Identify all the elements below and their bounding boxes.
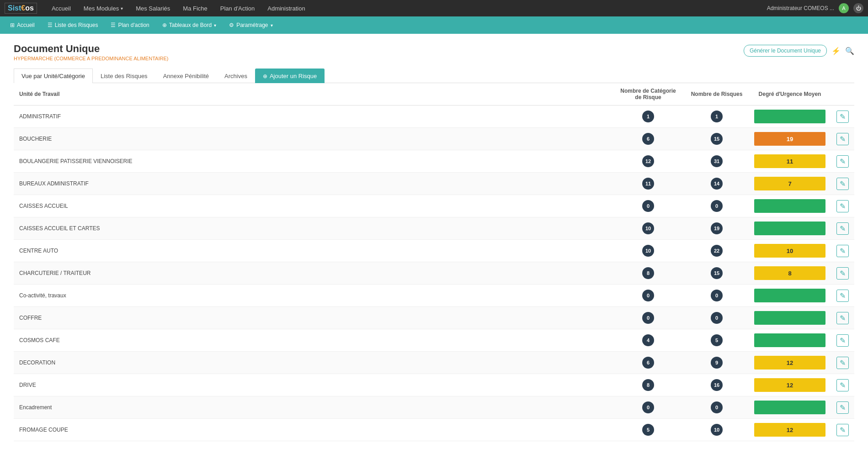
- sec-nav-liste-risques[interactable]: ☰ Liste des Risques: [42, 19, 104, 31]
- cell-urgency: [749, 217, 831, 240]
- edit-button[interactable]: ✎: [836, 155, 849, 168]
- badge-cat: 0: [642, 401, 654, 413]
- cell-urgency: 10: [749, 240, 831, 262]
- edit-button[interactable]: ✎: [836, 178, 849, 190]
- col-header-urgency: Degré d'Urgence Moyen: [749, 83, 831, 106]
- cell-edit: ✎: [831, 128, 854, 150]
- cell-risks: 0: [685, 195, 749, 217]
- logo[interactable]: Sist€os: [5, 3, 37, 14]
- edit-button[interactable]: ✎: [836, 245, 849, 257]
- table-row: FROMAGE COUPE51012✎: [14, 419, 854, 441]
- nav-fiche[interactable]: Ma Fiche: [177, 2, 213, 15]
- tab-liste-risques[interactable]: Liste des Risques: [93, 69, 155, 83]
- urgency-indicator: 19: [754, 132, 825, 146]
- urgency-indicator: [754, 222, 825, 235]
- badge-cat: 0: [642, 200, 654, 212]
- cell-risks: 22: [685, 240, 749, 262]
- urgency-indicator: 8: [754, 266, 825, 280]
- table-row: CAISSES ACCUEIL ET CARTES1019✎: [14, 217, 854, 240]
- edit-button[interactable]: ✎: [836, 222, 849, 235]
- badge-cat: 6: [642, 133, 654, 145]
- badge-cat: 8: [642, 379, 654, 391]
- table-row: DECORATION6912✎: [14, 352, 854, 374]
- power-icon[interactable]: ⏻: [853, 3, 863, 13]
- col-header-unit: Unité de Travail: [14, 83, 612, 106]
- badge-risks: 9: [711, 357, 723, 369]
- cell-urgency: 8: [749, 262, 831, 285]
- cell-edit: ✎: [831, 240, 854, 262]
- search-icon[interactable]: 🔍: [845, 47, 854, 55]
- generate-button[interactable]: Générer le Document Unique: [744, 45, 827, 57]
- nav-plan-action[interactable]: Plan d'Action: [215, 2, 260, 15]
- edit-button[interactable]: ✎: [836, 379, 849, 391]
- edit-button[interactable]: ✎: [836, 334, 849, 347]
- tabs: Vue par Unité/Catégorie Liste des Risque…: [14, 69, 854, 83]
- cell-cat: 11: [612, 173, 685, 195]
- sec-nav-plan-action[interactable]: ☰ Plan d'action: [105, 19, 154, 31]
- cell-risks: 0: [685, 285, 749, 307]
- urgency-indicator: 7: [754, 177, 825, 190]
- nav-accueil[interactable]: Accueil: [46, 2, 76, 15]
- avatar[interactable]: A: [839, 3, 849, 13]
- cell-cat: 8: [612, 374, 685, 396]
- cell-edit: ✎: [831, 396, 854, 419]
- cell-unit: COSMOS CAFE: [14, 329, 612, 352]
- sec-nav-parametrage[interactable]: ⚙ Paramétrage ▾: [224, 19, 278, 31]
- tab-vue-unite[interactable]: Vue par Unité/Catégorie: [14, 69, 93, 83]
- table-row: Co-activité, travaux00✎: [14, 285, 854, 307]
- badge-risks: 15: [711, 133, 723, 145]
- edit-button[interactable]: ✎: [836, 312, 849, 324]
- badge-cat: 0: [642, 312, 654, 324]
- edit-button[interactable]: ✎: [836, 290, 849, 302]
- table-row: BOUCHERIE61519✎: [14, 128, 854, 150]
- add-circle-icon: ⊕: [263, 73, 267, 79]
- edit-button[interactable]: ✎: [836, 424, 849, 436]
- edit-button[interactable]: ✎: [836, 133, 849, 145]
- edit-button[interactable]: ✎: [836, 401, 849, 414]
- badge-cat: 10: [642, 245, 654, 257]
- table-header-row: Unité de Travail Nombre de Catégorie de …: [14, 83, 854, 106]
- nav-salaries[interactable]: Mes Salariés: [130, 2, 176, 15]
- gear-icon: ⚙: [229, 22, 234, 28]
- edit-button[interactable]: ✎: [836, 267, 849, 280]
- cell-risks: 15: [685, 262, 749, 285]
- badge-risks: 1: [711, 111, 723, 122]
- sec-nav-tableaux[interactable]: ⊕ Tableaux de Bord ▾: [157, 19, 222, 31]
- urgency-indicator: [754, 333, 825, 347]
- nav-administration[interactable]: Administration: [262, 2, 310, 15]
- cell-edit: ✎: [831, 285, 854, 307]
- table-row: CHARCUTERIE / TRAITEUR8158✎: [14, 262, 854, 285]
- edit-button[interactable]: ✎: [836, 200, 849, 212]
- cell-edit: ✎: [831, 329, 854, 352]
- urgency-indicator: 12: [754, 423, 825, 437]
- cell-risks: 14: [685, 173, 749, 195]
- sec-nav-accueil[interactable]: ⊞ Accueil: [5, 19, 40, 31]
- cell-risks: 1: [685, 106, 749, 128]
- tab-annexe-penibilite[interactable]: Annexe Pénibilité: [155, 69, 217, 83]
- edit-button[interactable]: ✎: [836, 111, 849, 123]
- filter-icon[interactable]: ⚡: [831, 47, 841, 55]
- page-header: Document Unique HYPERMARCHE (COMMERCE A …: [14, 43, 854, 69]
- cell-edit: ✎: [831, 150, 854, 173]
- cell-urgency: 12: [749, 419, 831, 441]
- user-name: Administrateur COMEOS ...: [767, 5, 834, 11]
- cell-cat: 8: [612, 262, 685, 285]
- table-row: ADMINISTRATIF11✎: [14, 106, 854, 128]
- tab-archives[interactable]: Archives: [217, 69, 255, 83]
- table-row: COFFRE00✎: [14, 307, 854, 329]
- badge-risks: 15: [711, 267, 723, 279]
- badge-cat: 4: [642, 334, 654, 346]
- cell-edit: ✎: [831, 419, 854, 441]
- urgency-indicator: 11: [754, 154, 825, 168]
- cell-cat: 6: [612, 128, 685, 150]
- cell-urgency: [749, 307, 831, 329]
- cell-unit: BOULANGERIE PATISSERIE VIENNOISERIE: [14, 150, 612, 173]
- cell-risks: 19: [685, 217, 749, 240]
- tab-ajouter-risque[interactable]: ⊕ Ajouter un Risque: [255, 69, 325, 83]
- edit-button[interactable]: ✎: [836, 357, 849, 369]
- table-row: CAISSES ACCUEIL00✎: [14, 195, 854, 217]
- cell-edit: ✎: [831, 106, 854, 128]
- nav-modules[interactable]: Mes Modules ▾: [78, 2, 128, 15]
- table-row: Encadrement00✎: [14, 396, 854, 419]
- urgency-indicator: [754, 110, 825, 123]
